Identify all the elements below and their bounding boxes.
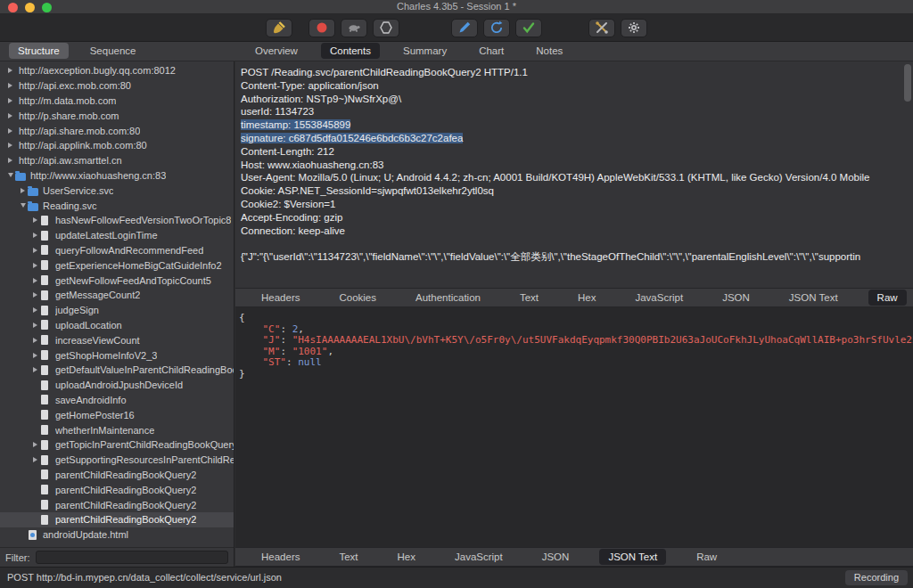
record-button[interactable] [308,19,335,37]
response-tab-raw[interactable]: Raw [687,549,726,565]
filter-input[interactable] [36,551,229,564]
request-tab-raw[interactable]: Raw [868,290,907,306]
tree-row[interactable]: getTopicInParentChildReadingBookQuery [0,437,234,453]
expand-arrow-icon[interactable] [30,228,40,242]
validate-button[interactable] [515,19,542,37]
tab-notes[interactable]: Notes [527,43,572,59]
expand-arrow-icon[interactable] [30,333,40,347]
tree-row[interactable]: parentChildReadingBookQuery2 [0,512,234,527]
response-tab-json-text[interactable]: JSON Text [599,549,666,565]
tab-summary[interactable]: Summary [394,43,456,59]
tab-overview[interactable]: Overview [246,43,307,59]
tree-row[interactable]: http://www.xiaohuasheng.cn:83 [0,168,234,184]
request-tab-headers[interactable]: Headers [252,290,308,306]
response-tab-json[interactable]: JSON [533,549,579,565]
tree-row[interactable]: saveAndroidInfo [0,393,234,408]
expand-arrow-icon[interactable] [30,274,40,288]
tree-row[interactable]: getDefaultValueInParentChildReadingBook [0,363,234,378]
request-tab-json-text[interactable]: JSON Text [780,290,847,306]
compose-button[interactable] [451,19,478,37]
tree-row[interactable]: increaseViewCount [0,332,234,347]
expand-arrow-icon[interactable] [5,63,15,78]
request-line-highlighted: timestamp: 1553845899 [235,118,913,132]
tree-row[interactable]: uploadLocation [0,318,234,333]
tree-row[interactable]: hasNewFollowFeedVersionTwoOrTopic8 [0,213,234,228]
minimize-button[interactable] [25,3,35,12]
request-tab-javascript[interactable]: JavaScript [626,290,692,306]
tree-row[interactable]: http://aexception.bugly.qq.com:8012 [0,63,234,78]
tree-row[interactable]: parentChildReadingBookQuery2 [0,468,234,483]
tree-row[interactable]: queryFollowAndRecommendFeed [0,243,234,258]
tree-row[interactable]: androidUpdate.html [0,527,234,543]
expand-arrow-icon[interactable] [30,258,40,273]
tree-node-label: getSupportingResourcesInParentChildRea [55,454,234,465]
response-json-text-view[interactable]: { "C": 2, "J": "H4sIAAAAAAAEAL1XbU\/bVhT… [235,307,913,547]
tab-chart[interactable]: Chart [470,43,513,59]
tree-row[interactable]: getMessageCount2 [0,288,234,303]
request-tab-text[interactable]: Text [511,290,547,306]
expand-arrow-icon[interactable] [5,124,15,138]
expand-arrow-icon[interactable] [30,318,40,332]
tree-row[interactable]: getHomePoster16 [0,407,234,422]
tree-row[interactable]: whetherInMaintenance [0,422,234,437]
close-button[interactable] [8,3,18,12]
expand-arrow-icon[interactable] [5,153,15,167]
recording-button[interactable]: Recording [845,570,908,585]
tools-button[interactable] [588,19,615,37]
repeat-button[interactable] [483,19,510,37]
tab-contents[interactable]: Contents [321,43,380,59]
expand-arrow-icon[interactable] [5,94,15,108]
request-tab-hex[interactable]: Hex [569,290,605,306]
tree-row[interactable]: parentChildReadingBookQuery2 [0,482,234,497]
tree-row[interactable]: UserService.svc [0,183,234,198]
expand-arrow-icon[interactable] [30,453,40,467]
tree-row[interactable]: http://m.data.mob.com [0,94,234,109]
response-tab-headers[interactable]: Headers [252,549,308,565]
response-tab-text[interactable]: Text [330,549,366,565]
tree-row[interactable]: getNewFollowFeedAndTopicCount5 [0,273,234,288]
tab-structure[interactable]: Structure [9,43,69,59]
response-tab-hex[interactable]: Hex [389,549,424,565]
settings-button[interactable] [621,19,647,37]
tree-row[interactable]: updateLatestLoginTime [0,228,234,243]
throttle-button[interactable] [341,19,367,37]
expand-arrow-icon[interactable] [30,288,40,302]
expand-arrow-icon[interactable] [5,109,15,123]
response-tab-javascript[interactable]: JavaScript [446,549,512,565]
tree-row[interactable]: http://p.share.mob.com [0,108,234,123]
expand-arrow-icon[interactable] [30,303,40,317]
tab-sequence[interactable]: Sequence [81,43,145,59]
tree-row[interactable]: http://api.aw.smarttel.cn [0,153,234,168]
expand-arrow-icon[interactable] [30,348,40,363]
breakpoints-button[interactable] [373,19,399,37]
tree-row[interactable]: getExperienceHomeBigCatGuideInfo2 [0,257,234,273]
expand-arrow-icon[interactable] [30,363,40,377]
request-tab-cookies[interactable]: Cookies [330,290,385,306]
request-raw-view[interactable]: POST /Reading.svc/parentChildReadingBook… [235,61,913,288]
tree-row[interactable]: http://api.exc.mob.com:80 [0,78,234,94]
expand-arrow-icon[interactable] [5,138,15,152]
request-scrollbar-thumb[interactable] [904,64,911,102]
expand-arrow-icon[interactable] [30,243,40,257]
tree-row[interactable]: judgeSign [0,303,234,318]
request-tab-json[interactable]: JSON [713,290,759,306]
request-line-highlighted: signature: c687d5dfa015246e6bdc6b3c27c2a… [235,132,913,145]
tree-row[interactable]: http://api.applink.mob.com:80 [0,138,234,153]
clear-session-button[interactable] [266,19,292,37]
tree-row[interactable]: uploadAndroidJpushDeviceId [0,378,234,393]
tree-row[interactable]: parentChildReadingBookQuery2 [0,497,234,512]
expand-arrow-icon[interactable] [18,184,28,198]
request-tab-authentication[interactable]: Authentication [407,290,489,306]
folder-icon [15,173,26,181]
tree-row[interactable]: getSupportingResourcesInParentChildRea [0,453,234,468]
expand-arrow-icon[interactable] [5,78,15,93]
tree-row[interactable]: getShopHomeInfoV2_3 [0,347,234,363]
expand-arrow-icon[interactable] [30,437,40,452]
request-doc-icon [40,485,51,495]
tree-row[interactable]: http://api.share.mob.com:80 [0,123,234,138]
expand-arrow-icon[interactable] [30,213,40,227]
collapse-arrow-icon[interactable] [18,199,28,213]
zoom-button[interactable] [42,3,52,12]
collapse-arrow-icon[interactable] [5,168,15,183]
tree-row[interactable]: Reading.svc [0,198,234,213]
